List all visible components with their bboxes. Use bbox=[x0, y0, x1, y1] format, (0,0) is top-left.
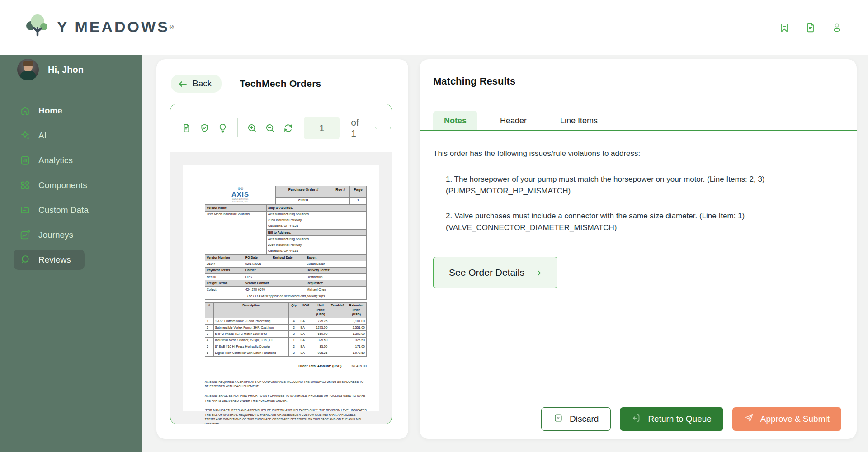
document-icon[interactable] bbox=[805, 22, 816, 33]
user-icon[interactable] bbox=[831, 22, 843, 33]
see-order-details-label: See Order Details bbox=[449, 267, 524, 278]
sidebar-item-label: AI bbox=[38, 131, 47, 141]
po-line-items-table: # Description Qty UOM Unit Price (USD) T… bbox=[205, 302, 367, 357]
page-title: TechMech Orders bbox=[240, 78, 321, 89]
rule-code: (PUMPS_MOTOR_HP_MISMATCH) bbox=[446, 185, 777, 197]
folder-icon bbox=[19, 204, 31, 216]
po-page-num: 1 bbox=[350, 197, 367, 204]
list-item: 1. The horsepower of your pump must matc… bbox=[446, 174, 777, 197]
sidebar-item-ai[interactable]: AI bbox=[14, 125, 60, 146]
bookmark-icon[interactable] bbox=[778, 22, 790, 33]
chevron-left-icon[interactable] bbox=[375, 124, 377, 132]
table-row: 2Submersible Vortex Pump, 3HP, Cast Iron… bbox=[205, 325, 367, 331]
matching-results-card: Matching Results Notes Header Line Items… bbox=[420, 59, 857, 439]
page-count-label: of 1 bbox=[351, 117, 359, 139]
order-total-label: Order Total Amount: (USD) bbox=[298, 364, 341, 368]
table-row: 11-1/2" Diafram Valve - Food Processing … bbox=[205, 318, 367, 325]
loupe-icon bbox=[19, 254, 31, 265]
approve-submit-button[interactable]: Approve & Submit bbox=[732, 407, 841, 431]
table-row: 6Digital Flow Controller with Batch Func… bbox=[205, 350, 367, 356]
tabs-underline bbox=[420, 130, 857, 131]
return-to-queue-button[interactable]: Return to Queue bbox=[620, 407, 723, 431]
table-row: 35HP 3-Phase TEFC Motor 1800RPM 2EA 650.… bbox=[205, 331, 367, 337]
po-header-table: ⚙⚙ AXIS MANUFACTURING SOLUTIONS, INC. Pu… bbox=[205, 186, 367, 205]
zoom-out-icon[interactable] bbox=[265, 123, 275, 133]
zoom-in-icon[interactable] bbox=[247, 123, 257, 133]
tree-logo-icon bbox=[25, 14, 51, 42]
close-box-icon bbox=[553, 413, 563, 425]
po-rev bbox=[331, 197, 350, 204]
journeys-icon bbox=[19, 229, 31, 240]
sidebar-item-label: Journeys bbox=[38, 230, 73, 240]
po-address-table: Vendor Name Ship to Address: Tech Mech I… bbox=[205, 205, 367, 254]
registered-mark: ® bbox=[170, 24, 174, 31]
po-terms-table: Vendor Number PO Date Revised Date Buyer… bbox=[205, 254, 367, 300]
return-to-queue-label: Return to Queue bbox=[648, 414, 711, 424]
axis-logo: ⚙⚙ AXIS MANUFACTURING SOLUTIONS, INC. bbox=[205, 186, 276, 205]
page-number-input[interactable] bbox=[304, 117, 340, 139]
document-canvas: ⚙⚙ AXIS MANUFACTURING SOLUTIONS, INC. Pu… bbox=[170, 152, 392, 424]
components-icon bbox=[19, 179, 31, 191]
avatar[interactable] bbox=[17, 59, 39, 80]
issues-intro: This order has the following issues/rule… bbox=[433, 149, 841, 158]
table-row: 4Industrial Mesh Strainer, Y-Type, 2 in.… bbox=[205, 337, 367, 344]
sidebar-item-reviews[interactable]: Reviews bbox=[14, 250, 85, 270]
sidebar-item-label: Components bbox=[38, 180, 87, 190]
document-viewer-card: Back TechMech Orders bbox=[156, 59, 408, 439]
rule-code: (VALVE_CONNECTOR_DIAMETER_MISMATCH) bbox=[446, 222, 777, 234]
brand-name: Y MEADOWS bbox=[57, 18, 170, 35]
list-item: 2. Valve purchases must include a connec… bbox=[446, 210, 777, 233]
viewer-toolbar: of 1 bbox=[170, 104, 392, 152]
send-icon bbox=[744, 413, 754, 425]
po-number: 218911 bbox=[275, 197, 331, 204]
tab-header[interactable]: Header bbox=[489, 111, 538, 131]
sidebar-item-custom-data[interactable]: Custom Data bbox=[14, 200, 102, 220]
chevron-right-icon[interactable] bbox=[389, 124, 392, 132]
vendor-name: Tech Mech Industrial Solutions bbox=[205, 211, 267, 254]
order-total-value: $9,419.00 bbox=[352, 364, 367, 368]
sidebar-item-analytics[interactable]: Analytics bbox=[14, 150, 86, 170]
brand-logo: Y MEADOWS® bbox=[25, 14, 174, 42]
sparkle-icon bbox=[19, 130, 31, 141]
lightbulb-icon[interactable] bbox=[217, 123, 228, 133]
sidebar-item-label: Analytics bbox=[38, 155, 73, 165]
approve-submit-label: Approve & Submit bbox=[760, 414, 830, 424]
table-row: 58" SAE #10 Hi-Press Hydraulic Coupler 2… bbox=[205, 344, 367, 350]
results-title: Matching Results bbox=[433, 75, 841, 87]
home-icon bbox=[19, 105, 31, 116]
tab-line-items[interactable]: Line Items bbox=[549, 111, 609, 131]
tab-notes[interactable]: Notes bbox=[433, 111, 477, 131]
arrow-right-icon bbox=[532, 268, 542, 277]
analytics-icon bbox=[19, 155, 31, 166]
results-tabs: Notes Header Line Items bbox=[433, 111, 841, 131]
discard-button[interactable]: Discard bbox=[541, 407, 611, 431]
issues-list: 1. The horsepower of your pump must matc… bbox=[433, 174, 777, 233]
sidebar-item-label: Custom Data bbox=[38, 205, 89, 215]
sidebar-item-label: Home bbox=[38, 106, 62, 116]
back-button[interactable]: Back bbox=[171, 75, 222, 93]
sidebar-item-components[interactable]: Components bbox=[14, 175, 101, 195]
back-label: Back bbox=[193, 79, 212, 89]
return-arrow-icon bbox=[632, 413, 642, 425]
user-greeting: Hi, Jhon bbox=[48, 65, 84, 75]
sidebar-item-home[interactable]: Home bbox=[14, 100, 76, 121]
sidebar-item-journeys[interactable]: Journeys bbox=[14, 225, 87, 245]
refresh-icon[interactable] bbox=[283, 123, 293, 133]
shield-check-icon[interactable] bbox=[199, 123, 210, 133]
po-footnotes: AXIS MSI REQUIRES A CERTIFICATE OF CONFO… bbox=[205, 380, 367, 424]
see-order-details-button[interactable]: See Order Details bbox=[433, 257, 557, 288]
pdf-viewer: of 1 ⚙⚙ AXIS MANUFACTURING SOLUTIONS, IN… bbox=[170, 104, 392, 424]
discard-label: Discard bbox=[570, 414, 599, 424]
purchase-order-page: ⚙⚙ AXIS MANUFACTURING SOLUTIONS, INC. Pu… bbox=[183, 165, 379, 411]
file-icon[interactable] bbox=[181, 123, 192, 133]
top-header: Y MEADOWS® bbox=[0, 0, 868, 55]
action-buttons: Discard Return to Queue Approve & Submit bbox=[541, 407, 841, 431]
arrow-left-icon bbox=[178, 80, 187, 87]
sidebar-item-label: Reviews bbox=[38, 255, 71, 265]
sidebar: Hi, Jhon Home AI bbox=[0, 55, 142, 452]
